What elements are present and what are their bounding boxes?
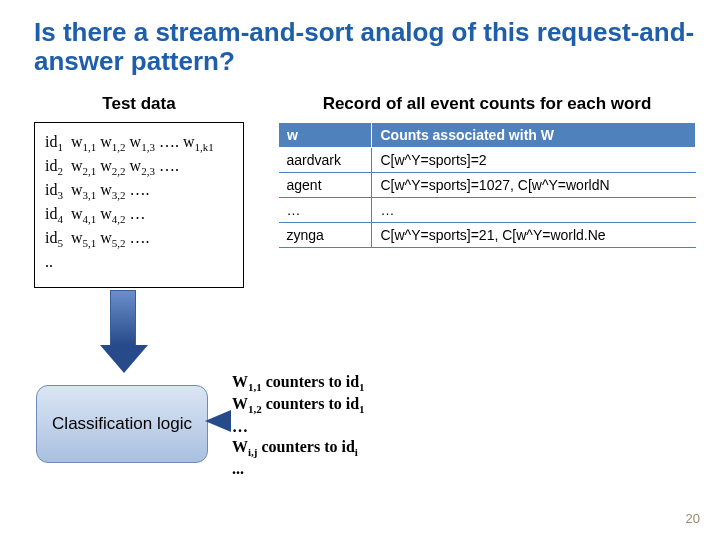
word-cell: agent (279, 173, 372, 198)
counts-cell: C[w^Y=sports]=1027, C[w^Y=worldN (372, 173, 696, 198)
word-cell: aardvark (279, 148, 372, 173)
test-data-row: id1 w1,1 w1,2 w1,3 …. w1,k1 (45, 131, 233, 155)
table-row: …… (279, 198, 696, 223)
event-counts-table: w Counts associated with W aardvarkC[w^Y… (278, 122, 696, 248)
counts-cell: C[w^Y=sports]=2 (372, 148, 696, 173)
table-row: aardvarkC[w^Y=sports]=2 (279, 148, 696, 173)
test-data-row: id2 w2,1 w2,2 w2,3 …. (45, 155, 233, 179)
down-arrow-icon (100, 290, 148, 380)
word-cell: … (279, 198, 372, 223)
counter-line: … (232, 417, 365, 437)
counters-block: W1,1 counters to id1W1,2 counters to id1… (232, 372, 365, 480)
table-header-w: w (279, 123, 372, 148)
left-heading: Test data (34, 94, 244, 114)
right-column: Record of all event counts for each word… (278, 94, 696, 248)
page-number: 20 (686, 511, 700, 526)
counter-line: Wi,j counters to idi (232, 437, 365, 459)
left-column: Test data id1 w1,1 w1,2 w1,3 …. w1,k1id2… (34, 94, 244, 288)
slide: Is there a stream-and-sort analog of thi… (0, 0, 720, 540)
content-columns: Test data id1 w1,1 w1,2 w1,3 …. w1,k1id2… (34, 94, 696, 288)
counts-cell: … (372, 198, 696, 223)
left-arrow-icon (205, 410, 231, 432)
slide-title: Is there a stream-and-sort analog of thi… (34, 18, 696, 76)
classification-logic-box: Classification logic (36, 385, 208, 463)
test-data-row: .. (45, 251, 233, 273)
classification-label: Classification logic (52, 414, 192, 434)
test-data-row: id3 w3,1 w3,2 …. (45, 179, 233, 203)
test-data-box: id1 w1,1 w1,2 w1,3 …. w1,k1id2 w2,1 w2,2… (34, 122, 244, 288)
counts-cell: C[w^Y=sports]=21, C[w^Y=world.Ne (372, 223, 696, 248)
test-data-row: id5 w5,1 w5,2 …. (45, 227, 233, 251)
right-heading: Record of all event counts for each word (278, 94, 696, 114)
counter-line: W1,1 counters to id1 (232, 372, 365, 394)
word-cell: zynga (279, 223, 372, 248)
counter-line: ... (232, 459, 365, 479)
table-row: zyngaC[w^Y=sports]=21, C[w^Y=world.Ne (279, 223, 696, 248)
test-data-row: id4 w4,1 w4,2 … (45, 203, 233, 227)
table-row: agentC[w^Y=sports]=1027, C[w^Y=worldN (279, 173, 696, 198)
counter-line: W1,2 counters to id1 (232, 394, 365, 416)
table-header-counts: Counts associated with W (372, 123, 696, 148)
